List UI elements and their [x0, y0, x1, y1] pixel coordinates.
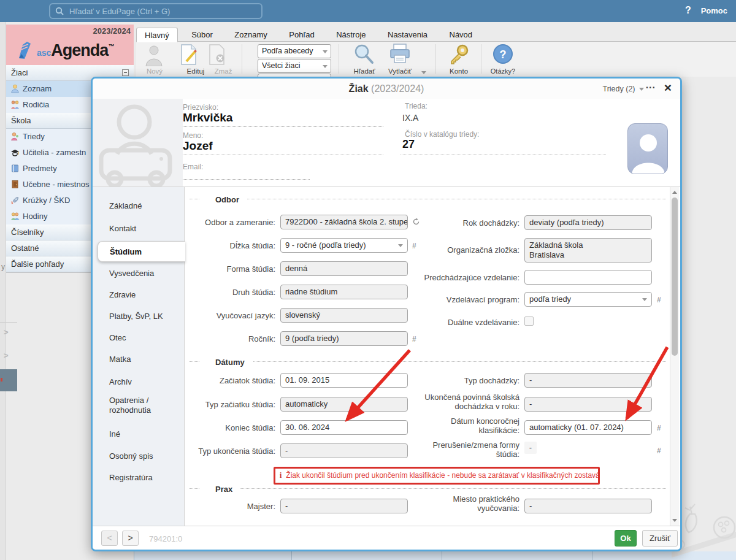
field-label: Forma štúdia: — [128, 264, 275, 274]
typ-ukoncenia-studia-field[interactable]: - — [280, 443, 408, 458]
expand-chevron-icon[interactable]: > — [4, 351, 9, 360]
section-prax-title: Prax — [215, 485, 232, 494]
field-label: Typ dochádzky: — [372, 376, 519, 385]
menu-tab-zoznamy[interactable]: Zoznamy — [226, 28, 275, 41]
search-input[interactable] — [68, 6, 246, 17]
print-icon[interactable] — [389, 44, 411, 64]
print-button-label[interactable]: Vytlačiť — [380, 67, 420, 75]
typ-dochadzky-field[interactable]: - — [524, 373, 652, 388]
new-student-icon[interactable] — [144, 44, 164, 66]
close-icon[interactable]: × — [664, 80, 672, 95]
organizacna-zlozka-field[interactable]: Základná škola Bratislava — [524, 238, 652, 263]
catalog-number-value[interactable]: 27 — [402, 138, 415, 151]
classes-menu-button[interactable]: Triedy (2) — [603, 85, 643, 93]
field-label: Začiatok štúdia: — [128, 376, 275, 385]
more-menu-button[interactable]: ... — [646, 80, 656, 91]
menu-tab-hlavny[interactable]: Hlavný — [136, 28, 178, 42]
sidebar-header-label: Ostatné — [11, 244, 39, 253]
dialog-title-year: (2023/2024) — [371, 83, 424, 94]
tab-matka[interactable]: Matka — [93, 355, 185, 364]
menu-tab-pohlad[interactable]: Pohľad — [281, 28, 322, 41]
hash-marker: # — [657, 296, 661, 304]
miesto-praktickeho-vyucovania-field[interactable]: - — [524, 499, 652, 513]
delete-button-label[interactable]: Zmaž — [204, 67, 243, 75]
help-button[interactable]: ?Pomoc — [685, 5, 727, 16]
sort-dropdown-value: Podľa abecedy — [262, 47, 313, 55]
info-icon: i — [280, 471, 282, 480]
sidebar-item-label: Krúžky / ŠKD — [23, 196, 70, 205]
menu-tab-navod[interactable]: Návod — [442, 28, 481, 41]
class-value: IX.A — [402, 113, 418, 123]
sort-dropdown[interactable]: Podľa abecedy — [258, 44, 331, 58]
delete-icon[interactable] — [207, 44, 227, 66]
ok-button[interactable]: Ok — [615, 530, 637, 547]
sidebar-header-label: Žiaci — [11, 68, 28, 77]
vzdelavaci-program-select[interactable]: podľa triedy — [524, 292, 652, 307]
sidebar-item-label: Hodiny — [23, 212, 47, 221]
topbar: ?Pomoc — [0, 0, 736, 22]
rocnik-field[interactable]: 9 (podľa triedy) — [280, 331, 408, 346]
ukoncena-povinna-field[interactable]: - — [524, 397, 652, 412]
tab-registratura[interactable]: Registratúra — [93, 473, 185, 482]
prerusenie-field[interactable]: - — [524, 442, 537, 454]
logo-asc: asc — [37, 48, 51, 58]
scroll-up-icon[interactable] — [672, 191, 677, 194]
collapse-icon[interactable] — [122, 69, 129, 76]
dialog-scrollbar[interactable] — [670, 187, 679, 526]
majster-field[interactable]: - — [280, 499, 408, 513]
hash-marker: # — [657, 447, 661, 455]
student-icon — [10, 84, 20, 93]
lastname-value[interactable]: Mrkvička — [183, 111, 232, 125]
scrollbar-thumb[interactable] — [672, 198, 678, 356]
cancel-button[interactable]: Zrušiť — [642, 530, 678, 547]
rok-dochadzky-field[interactable]: deviaty (podľa triedy) — [524, 215, 652, 230]
tab-zakladne[interactable]: Základné — [93, 201, 185, 210]
hash-marker: # — [657, 424, 661, 432]
koniec-studia-field[interactable]: 30. 06. 2024 — [280, 420, 408, 435]
print-dropdown-arrow-icon[interactable] — [421, 71, 426, 74]
firstname-value[interactable]: Jozef — [183, 139, 213, 153]
teacher-icon — [10, 148, 20, 157]
scroll-down-icon[interactable] — [672, 519, 677, 522]
questions-button-label[interactable]: Otázky? — [483, 67, 523, 75]
field-label: Organizačná zložka: — [372, 245, 519, 255]
dialog-header: Žiak (2023/2024) Triedy (2) ... × — [93, 79, 680, 99]
find-icon[interactable] — [352, 43, 375, 66]
global-search[interactable] — [49, 3, 263, 19]
logo-agenda: Agenda — [51, 41, 108, 59]
collapsed-panel — [0, 369, 17, 391]
field-label: Vyučovací jazyk: — [128, 311, 275, 320]
menu-tab-nastroje[interactable]: Nástroje — [328, 28, 374, 41]
menu-tab-nastavenia[interactable]: Nastavenia — [380, 28, 435, 41]
help-icon: ? — [685, 5, 691, 15]
field-label: Miesto praktického vyučovania: — [415, 494, 519, 513]
account-key-icon[interactable] — [448, 44, 470, 66]
account-button-label[interactable]: Konto — [439, 67, 478, 75]
edit-icon[interactable] — [179, 44, 199, 66]
field-label: Predchádzajúce vzdelanie: — [372, 273, 519, 282]
filter-dropdown[interactable]: Všetci žiaci — [258, 59, 331, 73]
clubs-icon — [10, 196, 20, 205]
catalog-number-label: Číslo v katalógu triedy: — [405, 130, 479, 139]
student-photo-avatar[interactable] — [627, 123, 668, 174]
datum-klasifikacie-field[interactable]: automaticky (01. 07. 2024) — [524, 420, 652, 435]
next-record-button[interactable]: > — [122, 531, 139, 546]
dropdown-arrow-icon — [639, 88, 644, 91]
sidebar-header-label: Ďalšie pohľady — [11, 259, 64, 269]
typ-zaciatku-studia-field[interactable]: automaticky — [280, 397, 408, 412]
prev-record-button[interactable]: < — [101, 531, 118, 546]
dialog-title: Žiak (2023/2024) — [93, 83, 680, 94]
questions-icon[interactable]: ? — [493, 44, 513, 64]
sidebar-header-label: Číselníky — [11, 228, 44, 237]
new-button-label[interactable]: Nový — [135, 67, 174, 75]
find-button-label[interactable]: Hľadať — [345, 67, 384, 75]
firstname-label: Meno: — [183, 131, 203, 140]
field-label: Typ začiatku štúdia: — [128, 400, 275, 409]
menu-tab-subor[interactable]: Súbor — [183, 28, 221, 41]
field-label: Typ ukončenia štúdia: — [128, 447, 275, 456]
expand-chevron-icon[interactable]: > — [4, 328, 9, 337]
dualne-vzdelavanie-checkbox[interactable] — [524, 316, 534, 326]
school-year-label: 2023/2024 — [93, 26, 131, 36]
sidebar-item-label: Predmety — [23, 164, 57, 173]
predchadzajuce-vzdelanie-field[interactable] — [524, 270, 652, 285]
